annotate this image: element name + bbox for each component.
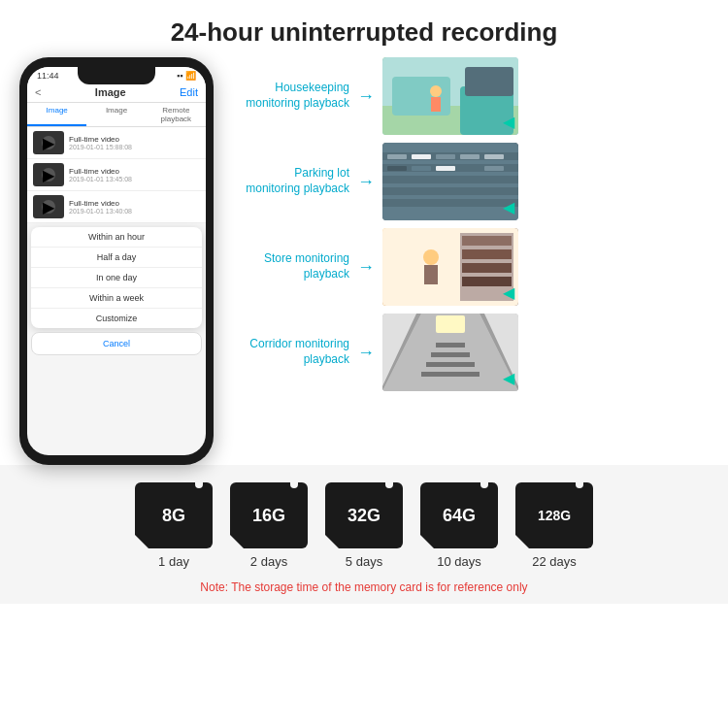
phone-icons: ▪▪ 📶 bbox=[177, 71, 196, 81]
svg-point-5 bbox=[430, 85, 442, 97]
corridor-svg bbox=[382, 314, 518, 391]
monitoring-label-housekeeping: Housekeepingmonitoring playback bbox=[233, 81, 349, 111]
corner-arrow-store: ◀ bbox=[503, 283, 514, 302]
phone-notch bbox=[78, 67, 155, 84]
storage-days-16g: 2 days bbox=[250, 554, 287, 569]
sd-card-label-128g: 128G bbox=[538, 508, 571, 523]
phone-cancel-btn[interactable]: Cancel bbox=[31, 332, 202, 355]
corner-arrow-housekeeping: ◀ bbox=[503, 113, 514, 131]
play-icon: ▶ bbox=[42, 200, 55, 214]
phone-mockup: 11:44 ▪▪ 📶 < Image Edit Image Image Remo… bbox=[19, 57, 214, 465]
storage-card-8g: 8G 1 day bbox=[135, 482, 213, 569]
svg-point-29 bbox=[423, 249, 439, 265]
list-item[interactable]: ▶ Full-time video 2019-01-01 13:40:08 bbox=[27, 191, 206, 223]
dropdown-item-half[interactable]: Half a day bbox=[31, 248, 202, 268]
sd-card-label-16g: 16G bbox=[252, 506, 285, 526]
arrow-icon-store: → bbox=[357, 257, 375, 278]
sd-card-label-8g: 8G bbox=[162, 506, 185, 526]
monitoring-img-parking: ◀ bbox=[382, 143, 518, 220]
arrow-icon-parking: → bbox=[357, 172, 375, 192]
parking-svg bbox=[382, 143, 518, 220]
monitoring-item-housekeeping: Housekeepingmonitoring playback → ◀ bbox=[233, 57, 718, 135]
video-thumb-1: ▶ bbox=[33, 131, 64, 154]
svg-rect-6 bbox=[431, 97, 441, 112]
svg-rect-18 bbox=[387, 166, 407, 171]
list-item-title-3: Full-time video bbox=[69, 199, 200, 208]
play-icon: ▶ bbox=[42, 168, 55, 182]
monitoring-item-parking: Parking lotmonitoring playback → bbox=[233, 143, 718, 220]
sd-card-notch bbox=[195, 482, 203, 488]
phone-header-title: Image bbox=[95, 86, 126, 98]
storage-days-32g: 5 days bbox=[346, 554, 382, 569]
phone-tab-image[interactable]: Image bbox=[27, 103, 86, 126]
svg-rect-19 bbox=[412, 166, 431, 171]
list-item-title-1: Full-time video bbox=[69, 135, 200, 144]
svg-rect-35 bbox=[421, 372, 480, 377]
main-content: 11:44 ▪▪ 📶 < Image Edit Image Image Remo… bbox=[0, 57, 728, 465]
svg-rect-16 bbox=[460, 154, 480, 159]
sd-card-label-64g: 64G bbox=[443, 506, 476, 526]
svg-rect-37 bbox=[431, 352, 470, 357]
sd-card-128g: 128G bbox=[515, 482, 593, 548]
right-panel: Housekeepingmonitoring playback → ◀ bbox=[233, 57, 718, 391]
corner-arrow-parking: ◀ bbox=[503, 198, 514, 216]
storage-cards: 8G 1 day 16G 2 days 32G 5 days 64G 10 da… bbox=[10, 482, 718, 569]
video-thumb-2: ▶ bbox=[33, 163, 64, 186]
dropdown-item-week[interactable]: Within a week bbox=[31, 288, 202, 309]
video-thumb-3: ▶ bbox=[33, 195, 64, 218]
storage-days-8g: 1 day bbox=[158, 554, 189, 569]
sd-card-label-32g: 32G bbox=[347, 506, 381, 526]
storage-card-16g: 16G 2 days bbox=[230, 482, 308, 569]
list-item-sub-1: 2019-01-01 15:88:08 bbox=[69, 144, 200, 150]
list-item-text-3: Full-time video 2019-01-01 13:40:08 bbox=[69, 199, 200, 215]
dropdown-item-custom[interactable]: Customize bbox=[31, 309, 202, 328]
arrow-icon-corridor: → bbox=[357, 343, 375, 363]
storage-note: Note: The storage time of the memory car… bbox=[10, 579, 718, 594]
play-icon: ▶ bbox=[42, 136, 55, 149]
sd-card-notch bbox=[290, 482, 298, 488]
svg-rect-22 bbox=[484, 166, 504, 171]
monitoring-img-corridor: ◀ bbox=[382, 314, 518, 391]
sd-card-notch bbox=[576, 482, 583, 488]
sd-card-32g: 32G bbox=[325, 482, 403, 548]
svg-rect-26 bbox=[462, 249, 512, 259]
arrow-icon-housekeeping: → bbox=[357, 86, 375, 107]
phone-back-btn[interactable]: < bbox=[35, 86, 41, 98]
svg-rect-25 bbox=[462, 236, 512, 246]
dropdown-item-day[interactable]: In one day bbox=[31, 268, 202, 288]
phone-container: 11:44 ▪▪ 📶 < Image Edit Image Image Remo… bbox=[10, 57, 223, 465]
list-item[interactable]: ▶ Full-time video 2019-01-01 13:45:08 bbox=[27, 159, 206, 191]
list-item[interactable]: ▶ Full-time video 2019-01-01 15:88:08 bbox=[27, 127, 206, 159]
monitoring-item-store: Store monitoringplayback → ◀ bbox=[233, 228, 718, 306]
svg-rect-21 bbox=[460, 166, 480, 171]
phone-list: ▶ Full-time video 2019-01-01 15:88:08 ▶ … bbox=[27, 127, 206, 223]
storage-section: 8G 1 day 16G 2 days 32G 5 days 64G 10 da… bbox=[0, 465, 728, 604]
page-title: 24-hour uninterrupted recording bbox=[0, 0, 728, 57]
phone-tabs: Image Image Remote playback bbox=[27, 103, 206, 127]
storage-days-128g: 22 days bbox=[532, 554, 577, 569]
phone-screen: 11:44 ▪▪ 📶 < Image Edit Image Image Remo… bbox=[27, 67, 206, 455]
phone-tab-image2[interactable]: Image bbox=[86, 103, 146, 126]
store-svg bbox=[382, 228, 518, 306]
phone-edit-btn[interactable]: Edit bbox=[180, 86, 198, 98]
corner-arrow-corridor: ◀ bbox=[503, 369, 514, 387]
phone-header: < Image Edit bbox=[27, 83, 206, 103]
svg-rect-20 bbox=[436, 166, 455, 171]
svg-rect-2 bbox=[392, 77, 450, 116]
monitoring-img-store: ◀ bbox=[382, 228, 518, 306]
phone-dropdown: Within an hour Half a day In one day Wit… bbox=[31, 227, 202, 328]
monitoring-item-corridor: Corridor monitoringplayback → bbox=[233, 314, 718, 391]
monitoring-img-housekeeping: ◀ bbox=[382, 57, 518, 135]
phone-tab-remote[interactable]: Remote playback bbox=[147, 103, 206, 126]
svg-rect-12 bbox=[382, 199, 518, 207]
phone-time: 11:44 bbox=[37, 71, 59, 81]
sd-card-64g: 64G bbox=[420, 482, 498, 548]
sd-card-notch bbox=[480, 482, 488, 488]
svg-rect-36 bbox=[426, 362, 475, 367]
monitoring-label-parking: Parking lotmonitoring playback bbox=[233, 166, 349, 196]
svg-rect-17 bbox=[484, 154, 504, 159]
storage-days-64g: 10 days bbox=[437, 554, 481, 569]
list-item-text-1: Full-time video 2019-01-01 15:88:08 bbox=[69, 135, 200, 150]
dropdown-item-hour[interactable]: Within an hour bbox=[31, 227, 202, 248]
svg-rect-27 bbox=[462, 263, 512, 273]
